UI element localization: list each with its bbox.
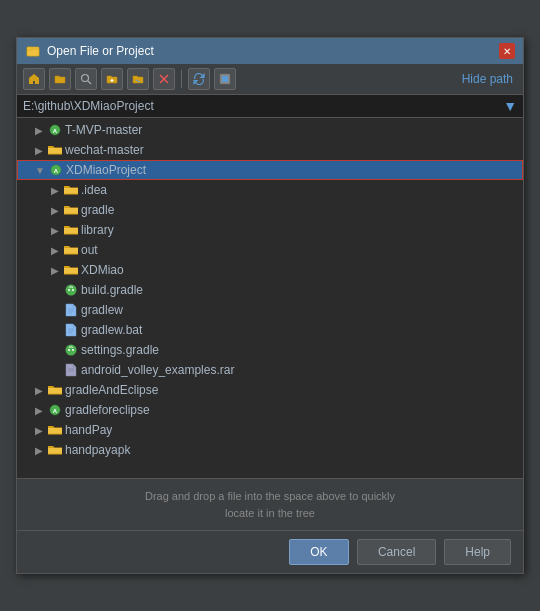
folder-icon — [47, 382, 63, 398]
home-button[interactable] — [23, 68, 45, 90]
expand-icon[interactable]: ▶ — [33, 384, 45, 396]
expand-icon[interactable]: ▶ — [33, 424, 45, 436]
tree-item-gradleandeclipse[interactable]: ▶ gradleAndEclipse — [17, 380, 523, 400]
expand-icon[interactable]: ▶ — [49, 244, 61, 256]
tree-item-settings-gradle[interactable]: settings.gradle — [17, 340, 523, 360]
button-bar: OK Cancel Help — [17, 530, 523, 573]
tree-item-label: gradlew — [81, 303, 123, 317]
svg-text:A: A — [53, 408, 58, 414]
expand-icon[interactable]: ▶ — [33, 404, 45, 416]
tree-item-label: gradlew.bat — [81, 323, 142, 337]
dialog-icon — [25, 43, 41, 59]
tree-item-library[interactable]: ▶ library — [17, 220, 523, 240]
project-icon: A — [47, 402, 63, 418]
tree-item-label: handpayapk — [65, 443, 130, 457]
folder-icon — [63, 182, 79, 198]
tree-item-wechat[interactable]: ▶ wechat-master — [17, 140, 523, 160]
svg-point-3 — [82, 75, 89, 82]
folder-icon — [47, 442, 63, 458]
folder-add-button[interactable] — [101, 68, 123, 90]
tree-item-label: gradleforeclipse — [65, 403, 150, 417]
tree-item-label: gradle — [81, 203, 114, 217]
expand-icon[interactable]: ▶ — [49, 204, 61, 216]
tree-item-label: gradleAndEclipse — [65, 383, 158, 397]
path-dropdown-icon[interactable]: ▼ — [503, 98, 517, 114]
expand-icon[interactable]: ▶ — [33, 144, 45, 156]
cancel-button[interactable]: Cancel — [357, 539, 436, 565]
tree-item-build-gradle[interactable]: build.gradle — [17, 280, 523, 300]
remove-button[interactable] — [153, 68, 175, 90]
gradle-file-icon — [63, 282, 79, 298]
close-button[interactable]: ✕ — [499, 43, 515, 59]
tree-item-idea[interactable]: ▶ .idea — [17, 180, 523, 200]
svg-rect-2 — [27, 47, 32, 50]
expand-icon[interactable]: ▶ — [33, 124, 45, 136]
path-input[interactable] — [23, 99, 499, 113]
project-icon: A — [48, 162, 64, 178]
tree-item-xdmiao[interactable]: ▼ A XDMiaoProject — [17, 160, 523, 180]
refresh-button[interactable] — [188, 68, 210, 90]
tree-item-label: XDMiaoProject — [66, 163, 146, 177]
file-tree[interactable]: ▶ A T-MVP-master ▶ wechat-master ▼ A XDM… — [17, 118, 523, 478]
folder-icon — [63, 222, 79, 238]
status-text: Drag and drop a file into the space abov… — [145, 488, 395, 521]
svg-point-24 — [66, 345, 77, 356]
file-icon — [63, 322, 79, 338]
folder-icon — [47, 422, 63, 438]
gradle-file-icon — [63, 342, 79, 358]
tree-item-out[interactable]: ▶ out — [17, 240, 523, 260]
expand-icon[interactable]: ▶ — [49, 264, 61, 276]
status-bar: Drag and drop a file into the space abov… — [17, 478, 523, 530]
svg-point-15 — [66, 285, 77, 296]
tree-item-handpayapk[interactable]: ▶ handpayapk — [17, 440, 523, 460]
tree-item-label: handPay — [65, 423, 112, 437]
tree-item-label: wechat-master — [65, 143, 144, 157]
tree-item-gradlew-bat[interactable]: gradlew.bat — [17, 320, 523, 340]
svg-text:A: A — [53, 128, 58, 134]
expand-spacer — [49, 284, 61, 296]
folder-link-button[interactable] — [127, 68, 149, 90]
folder-icon — [63, 202, 79, 218]
folder-button[interactable] — [49, 68, 71, 90]
tree-item-gradle[interactable]: ▶ gradle — [17, 200, 523, 220]
expand-icon[interactable]: ▼ — [34, 164, 46, 176]
tree-item-label: library — [81, 223, 114, 237]
tree-item-android-volley[interactable]: android_volley_examples.rar — [17, 360, 523, 380]
tree-item-gradleforeclipse[interactable]: ▶ A gradleforeclipse — [17, 400, 523, 420]
expand-icon[interactable]: ▶ — [49, 184, 61, 196]
hide-path-button[interactable]: Hide path — [458, 70, 517, 88]
path-bar: ▼ — [17, 95, 523, 118]
svg-rect-10 — [222, 76, 228, 82]
expand-spacer — [49, 364, 61, 376]
tree-item-gradlew[interactable]: gradlew — [17, 300, 523, 320]
tree-item-label: build.gradle — [81, 283, 143, 297]
view-button[interactable] — [214, 68, 236, 90]
search-button[interactable] — [75, 68, 97, 90]
tree-item-xdmiao2[interactable]: ▶ XDMiao — [17, 260, 523, 280]
tree-item-t-mvp[interactable]: ▶ A T-MVP-master — [17, 120, 523, 140]
svg-point-16 — [68, 289, 70, 291]
tree-item-label: .idea — [81, 183, 107, 197]
tree-item-label: android_volley_examples.rar — [81, 363, 234, 377]
toolbar-separator — [181, 70, 182, 88]
expand-icon[interactable]: ▶ — [49, 224, 61, 236]
tree-item-label: T-MVP-master — [65, 123, 142, 137]
expand-icon[interactable]: ▶ — [33, 444, 45, 456]
toolbar: Hide path — [17, 64, 523, 95]
project-icon: A — [47, 122, 63, 138]
help-button[interactable]: Help — [444, 539, 511, 565]
svg-line-4 — [88, 81, 91, 84]
expand-spacer — [49, 324, 61, 336]
folder-icon — [63, 262, 79, 278]
file-icon — [63, 302, 79, 318]
tree-item-handpay[interactable]: ▶ handPay — [17, 420, 523, 440]
folder-icon — [63, 242, 79, 258]
svg-point-17 — [72, 289, 74, 291]
tree-item-label: XDMiao — [81, 263, 124, 277]
tree-item-label: out — [81, 243, 98, 257]
ok-button[interactable]: OK — [289, 539, 349, 565]
expand-spacer — [49, 304, 61, 316]
svg-point-26 — [72, 349, 74, 351]
svg-point-25 — [68, 349, 70, 351]
title-bar: Open File or Project ✕ — [17, 38, 523, 64]
